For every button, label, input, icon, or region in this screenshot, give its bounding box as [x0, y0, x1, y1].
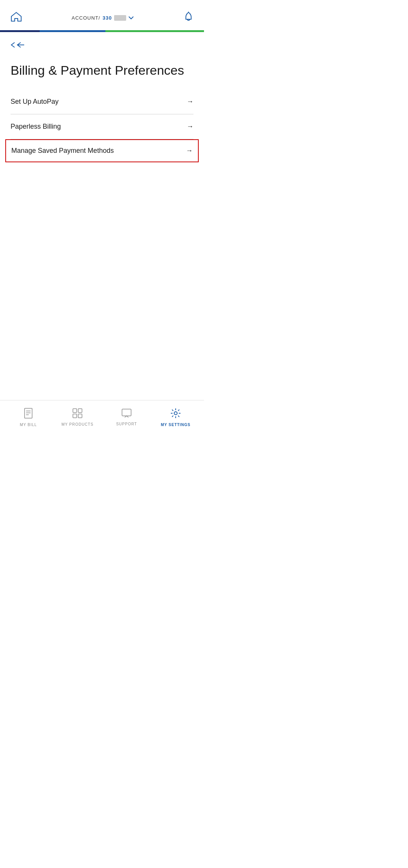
svg-rect-1 — [25, 408, 32, 418]
my-settings-label: MY SETTINGS — [161, 423, 191, 427]
support-label: SUPPORT — [116, 422, 137, 426]
progress-segment-3 — [105, 30, 204, 32]
menu-list: Set Up AutoPay → Paperless Billing → Man… — [0, 89, 204, 162]
paperless-arrow-icon: → — [187, 123, 193, 131]
chevron-down-icon — [128, 15, 134, 21]
bottom-nav: MY BILL MY PRODUCTS SUPPORT — [0, 400, 204, 434]
nav-item-my-settings[interactable]: MY SETTINGS — [151, 408, 200, 427]
bell-icon[interactable] — [184, 12, 193, 25]
page-title: Billing & Payment Preferences — [11, 63, 193, 78]
progress-bar — [0, 30, 204, 32]
svg-point-10 — [174, 412, 177, 415]
autopay-arrow-icon: → — [187, 98, 193, 106]
support-icon — [122, 409, 131, 420]
nav-item-my-bill[interactable]: MY BILL — [4, 408, 53, 427]
account-redacted — [114, 15, 126, 21]
menu-item-payment-methods[interactable]: Manage Saved Payment Methods → — [5, 139, 199, 162]
payment-methods-arrow-icon: → — [186, 147, 193, 155]
back-arrow-icon[interactable] — [11, 40, 24, 51]
account-selector[interactable]: ACCOUNT/330 — [72, 15, 134, 21]
progress-segment-2 — [40, 30, 105, 32]
menu-item-autopay[interactable]: Set Up AutoPay → — [11, 89, 193, 114]
svg-rect-9 — [122, 409, 131, 416]
my-products-label: MY PRODUCTS — [62, 422, 94, 426]
products-icon — [73, 408, 82, 420]
nav-item-support[interactable]: SUPPORT — [102, 409, 151, 426]
svg-rect-7 — [73, 414, 77, 418]
back-nav[interactable] — [0, 32, 204, 55]
svg-rect-6 — [78, 409, 82, 412]
menu-item-paperless[interactable]: Paperless Billing → — [11, 114, 193, 139]
payment-methods-label: Manage Saved Payment Methods — [11, 147, 114, 155]
header: ACCOUNT/330 — [0, 0, 204, 30]
my-bill-label: MY BILL — [20, 423, 37, 427]
home-icon[interactable] — [11, 11, 22, 25]
nav-item-my-products[interactable]: MY PRODUCTS — [53, 408, 102, 426]
paperless-label: Paperless Billing — [11, 123, 61, 131]
settings-icon — [170, 408, 181, 421]
autopay-label: Set Up AutoPay — [11, 98, 59, 106]
svg-rect-5 — [73, 409, 77, 412]
account-label: ACCOUNT/ — [72, 15, 100, 21]
account-number: 330 — [102, 15, 112, 21]
page-title-section: Billing & Payment Preferences — [0, 55, 204, 89]
svg-rect-8 — [78, 414, 82, 418]
progress-segment-1 — [0, 30, 40, 32]
bill-icon — [24, 408, 33, 421]
